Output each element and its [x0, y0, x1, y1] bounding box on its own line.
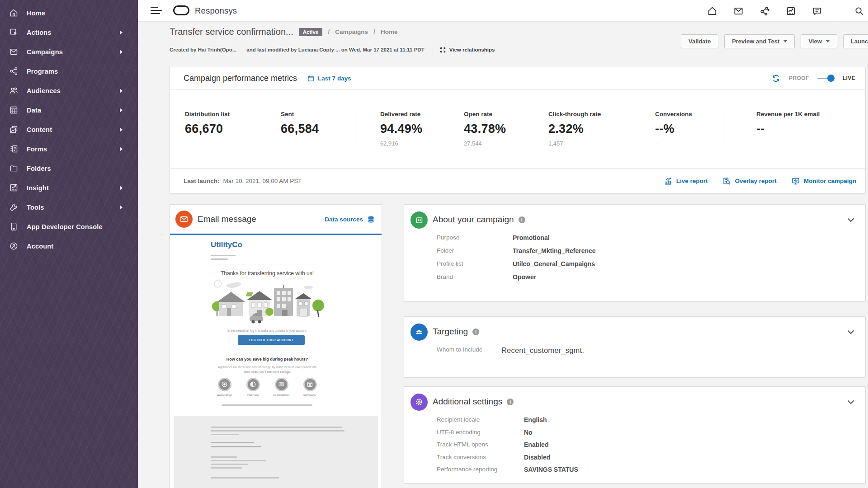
brand-name: Responsys: [195, 6, 237, 16]
metrics-title: Campaign performance metrics: [184, 74, 297, 83]
validate-button[interactable]: Validate: [681, 34, 718, 48]
campaigns-icon: [8, 47, 19, 57]
sidebar-item-app-developer-console[interactable]: App Developer Console: [0, 217, 138, 236]
sidebar-item-actions[interactable]: Actions: [0, 23, 138, 42]
additional-settings-panel: Additional settings i Recipient localeEn…: [404, 386, 866, 483]
info-icon[interactable]: i: [519, 216, 525, 223]
collapse-chevron-icon[interactable]: [847, 328, 854, 336]
metric-distribution-list: Distribution list66,670: [185, 111, 230, 147]
sidebar-item-data[interactable]: Data: [0, 100, 138, 120]
submenu-arrow-icon: [120, 147, 123, 151]
redacted-text-line: [222, 404, 312, 406]
additional-settings-title: Additional settings: [433, 397, 502, 407]
email-subhead: How can you save big during peak hours?: [208, 357, 326, 361]
email-panel-title: Email message: [198, 214, 256, 224]
sidebar-item-label: App Developer Console: [27, 223, 103, 230]
sidebar: Home Actions Campaigns Programs Audience…: [0, 0, 138, 488]
tools-icon: [8, 202, 19, 213]
targeting-title: Targeting: [433, 327, 468, 337]
sidebar-item-insight[interactable]: Insight: [0, 178, 138, 197]
field-whom-to-include: Whom to IncludeRecent_customer_sgmt.: [437, 346, 865, 355]
page-actions: Validate Preview and Test View Launch: [681, 34, 868, 48]
account-icon: [8, 241, 19, 252]
view-relationships-link[interactable]: View relationships: [439, 47, 495, 53]
data-sources-link[interactable]: Data sources: [325, 215, 375, 224]
oracle-logo: [173, 5, 189, 15]
insight-icon[interactable]: [785, 5, 796, 16]
sidebar-item-label: Content: [27, 126, 52, 133]
sidebar-item-label: Data: [27, 107, 41, 114]
data-icon: [8, 105, 19, 116]
page-header: Transfer service confirmation... Active …: [170, 27, 397, 37]
redacted-text-line: [211, 430, 344, 432]
email-headline: Thanks for transferring service with us!: [208, 270, 326, 277]
sidebar-item-campaigns[interactable]: Campaigns: [0, 42, 138, 61]
houses-illustration: [211, 278, 324, 325]
metric-divider: [357, 113, 357, 146]
content-icon: [8, 124, 19, 135]
sidebar-item-label: Home: [27, 9, 45, 17]
byline-divider: [433, 46, 433, 53]
proof-label: PROOF: [789, 75, 809, 81]
date-range-link[interactable]: Last 7 days: [307, 75, 351, 82]
feedback-icon[interactable]: [811, 5, 822, 16]
appliance-air-conditioner: Air Conditioner: [270, 378, 293, 397]
sidebar-item-label: Actions: [27, 29, 52, 36]
monitor-campaign-link[interactable]: Monitor campaign: [791, 177, 856, 186]
breadcrumb-campaigns[interactable]: Campaigns: [335, 28, 368, 35]
email-brand-logo: UtilityCo: [211, 240, 242, 249]
sidebar-item-account[interactable]: Account: [0, 236, 138, 256]
sidebar-item-programs[interactable]: Programs: [0, 61, 138, 81]
live-label: LIVE: [843, 75, 855, 81]
breadcrumb-home[interactable]: Home: [381, 28, 398, 35]
preview-and-test-button[interactable]: Preview and Test: [724, 34, 795, 48]
sidebar-item-forms[interactable]: Forms: [0, 139, 138, 159]
sidebar-item-label: Tools: [27, 204, 44, 211]
field-purpose: PurposePromotional: [437, 234, 865, 241]
collapse-chevron-icon[interactable]: [847, 398, 854, 406]
redacted-text-line: [211, 255, 236, 257]
page-title: Transfer service confirmation...: [170, 27, 293, 37]
email-body-text: Appliances like these use a lot of energ…: [217, 365, 317, 374]
collapse-chevron-icon[interactable]: [847, 216, 854, 224]
info-icon[interactable]: i: [472, 328, 479, 335]
sidebar-item-tools[interactable]: Tools: [0, 197, 138, 217]
sidebar-item-folders[interactable]: Folders: [0, 159, 138, 178]
home-icon[interactable]: [707, 5, 717, 16]
metric-revenue-per-1k: Revenue per 1K email--: [756, 111, 820, 147]
metric-delivered-rate: Delivered rate94.49%62,916: [380, 111, 422, 147]
sidebar-item-content[interactable]: Content: [0, 120, 138, 139]
search-icon[interactable]: [854, 5, 864, 16]
email-cta-button[interactable]: LOG INTO YOUR ACCOUNT: [238, 335, 305, 345]
proof-live-toggle[interactable]: [817, 75, 835, 82]
email-divider: [211, 264, 324, 264]
live-report-link[interactable]: Live report: [664, 177, 708, 186]
email-icon[interactable]: [733, 5, 744, 16]
field-brand: BrandOpower: [437, 273, 865, 281]
redacted-text-line: [211, 477, 279, 479]
sidebar-item-label: Folders: [27, 165, 51, 172]
menu-toggle-button[interactable]: [151, 7, 162, 15]
info-icon[interactable]: i: [507, 399, 514, 405]
breadcrumb-separator: /: [328, 28, 330, 36]
metric-divider: [723, 113, 723, 146]
calendar-icon: [307, 75, 315, 82]
overlay-report-icon: [722, 177, 731, 186]
icon-divider: [838, 5, 838, 17]
submenu-arrow-icon: [120, 186, 123, 190]
view-button[interactable]: View: [801, 34, 837, 48]
refresh-icon[interactable]: [771, 74, 781, 83]
field-track-html-opens: Track HTML opensEnabled: [437, 441, 865, 448]
database-icon: [367, 215, 375, 224]
home-icon: [8, 8, 19, 19]
byline-modified: and last modified by Luciana Copty ... o…: [246, 47, 424, 52]
programs-icon[interactable]: [759, 5, 770, 16]
launch-button[interactable]: Launch: [843, 34, 868, 48]
sidebar-item-home[interactable]: Home: [0, 3, 138, 23]
status-badge: Active: [299, 28, 323, 36]
programs-icon: [8, 66, 19, 77]
email-preview[interactable]: UtilityCo Thanks for transferring servic…: [170, 235, 382, 488]
sidebar-item-label: Insight: [27, 184, 49, 192]
overlay-report-link[interactable]: Overlay report: [722, 177, 776, 186]
sidebar-item-audiences[interactable]: Audiences: [0, 81, 138, 100]
